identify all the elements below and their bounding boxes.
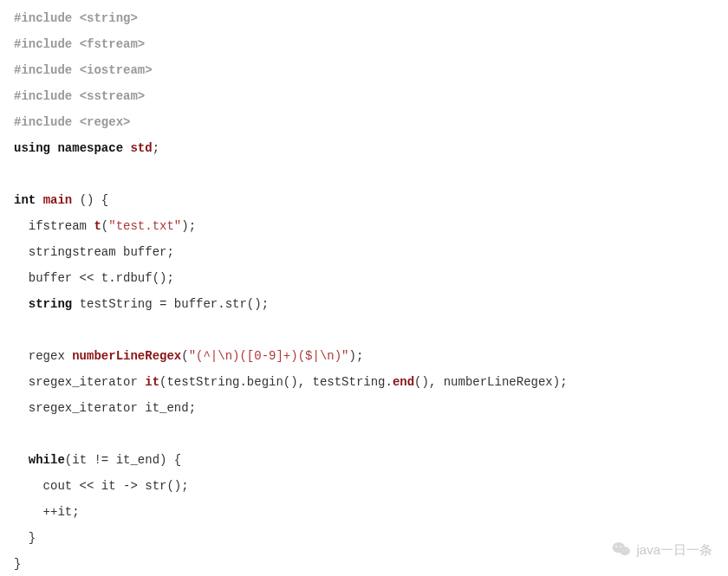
open-paren: ( [101,219,108,233]
code-line: #include <regex> [14,115,130,129]
buffer-line: buffer << t.rdbuf(); [14,271,174,285]
code-line: string testString = buffer.str(); [14,297,269,311]
code-line-blank [14,323,21,337]
regex-pre: regex [14,349,72,363]
preprocessor: #include <fstream> [14,37,145,51]
preprocessor: #include <string> [14,11,138,25]
string-test-txt: "test.txt" [108,219,181,233]
while-rest: (it != it_end) { [65,453,181,467]
keyword-namespace: namespace [57,141,123,155]
close-brace-inner: } [14,531,36,545]
main-parens: () { [72,193,108,207]
keyword-while: while [29,453,65,467]
itend-line: sregex_iterator it_end; [14,401,196,415]
code-line: #include <fstream> [14,37,145,51]
code-line: stringstream buffer; [14,245,174,259]
close-paren: ); [181,219,196,233]
indent [14,453,29,467]
preprocessor: #include <sstream> [14,89,145,103]
code-line: regex numberLineRegex("(^|\n)([0-9]+)($|… [14,349,363,363]
code-line: } [14,531,36,545]
code-line: while(it != it_end) { [14,453,181,467]
code-line: cout << it -> str(); [14,479,189,493]
code-line: using namespace std; [14,141,159,155]
code-line: #include <string> [14,11,138,25]
open-paren: ( [181,349,188,363]
code-line: #include <iostream> [14,63,153,77]
code-line: #include <sstream> [14,89,145,103]
code-line: int main () { [14,193,108,207]
function-main: main [43,193,73,207]
code-line: } [14,557,21,571]
code-line: ++it; [14,505,80,519]
identifier-it: it [145,375,159,389]
keyword-string: string [29,297,72,311]
code-line-blank [14,427,21,441]
identifier-end: end [393,375,414,389]
keyword-using: using [14,141,50,155]
string-regex-pattern: "(^|\n)([0-9]+)($|\n)" [189,349,349,363]
indent [14,297,29,311]
it-pre: sregex_iterator [14,375,145,389]
inc-line: ++it; [14,505,80,519]
code-line: sregex_iterator it(testString.begin(), t… [14,375,568,389]
keyword-int: int [14,193,36,207]
teststring-rest: testString = buffer.str(); [72,297,269,311]
identifier-t: t [94,219,101,233]
code-line: buffer << t.rdbuf(); [14,271,174,285]
code-line-blank [14,167,21,181]
code-line: ifstream t("test.txt"); [14,219,196,233]
close-paren: ); [349,349,364,363]
identifier-regex: numberLineRegex [72,349,181,363]
preprocessor: #include <iostream> [14,63,153,77]
close-brace-outer: } [14,557,21,571]
it-args-a: (testString.begin(), testString. [159,375,393,389]
code-block: #include <string> #include <fstream> #in… [0,0,728,576]
stringstream-line: stringstream buffer; [14,245,174,259]
it-args-b: (), numberLineRegex); [414,375,567,389]
cout-line: cout << it -> str(); [14,479,189,493]
identifier-std: std [130,141,152,155]
code-line: sregex_iterator it_end; [14,401,196,415]
ifstream-decl: ifstream [14,219,94,233]
preprocessor: #include <regex> [14,115,130,129]
semicolon: ; [153,141,159,155]
